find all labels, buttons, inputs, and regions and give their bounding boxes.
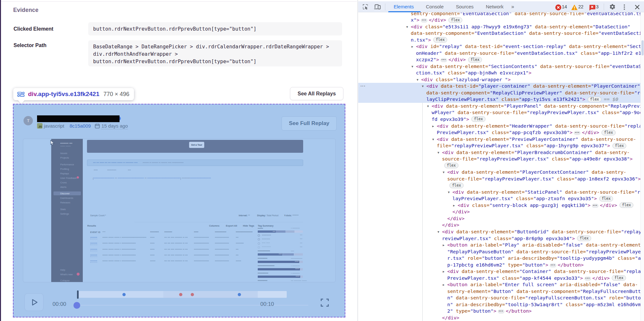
tree-node-line[interactable]: wPlayer" data-sentry-source-file="replay… — [358, 109, 644, 116]
tree-node-line[interactable]: file="replayPreviewPlayer.tsx" class="ap… — [358, 142, 644, 149]
inline-expand-icon[interactable]: ··· — [440, 58, 447, 62]
expand-arrow-open-icon[interactable]: ▾ — [443, 169, 445, 176]
replay-timeline[interactable] — [79, 291, 287, 298]
settings-gear-icon[interactable] — [609, 4, 616, 10]
tree-node-line[interactable]: ▾<div data-sentry-element="PlayerBreadcr… — [358, 149, 644, 156]
tree-node-line[interactable]: </div> — [358, 222, 644, 229]
tree-node-line[interactable]: ▾<div class="lazyload-wrapper "> — [358, 76, 644, 83]
tree-node-line[interactable]: sentry-element="Button" data-sentry-comp… — [358, 288, 644, 295]
inline-expand-icon[interactable]: ··· — [574, 131, 581, 135]
tree-node-line[interactable]: xczpx2">···</div>flex — [358, 56, 644, 63]
expand-arrow-open-icon[interactable]: ▾ — [417, 76, 418, 83]
expand-arrow-closed-icon[interactable]: ▸ — [443, 281, 445, 288]
inline-expand-icon[interactable]: ··· — [592, 204, 599, 208]
tree-node-line[interactable]: ▾···<div data-test-id="player-container"… — [358, 83, 644, 90]
tree-node-line[interactable]: x">···</div>flex — [358, 17, 644, 24]
tree-node-line[interactable]: PreviewPlayer.tsx" class="app-kf4544 epv… — [358, 275, 644, 282]
inline-expand-icon[interactable]: ··· — [584, 277, 591, 281]
tree-node-line[interactable]: ▸<button aria-label="Enter full screen" … — [358, 281, 644, 288]
tree-node-line[interactable]: ▸<div data-sentry-element="Container" da… — [358, 268, 644, 275]
timeline-marker-info[interactable] — [238, 293, 241, 296]
issues-count-icon[interactable] — [589, 4, 596, 11]
flex-badge[interactable]: flex — [468, 57, 482, 63]
tree-node-line[interactable]: sentry-component="EventDataSection" data… — [358, 13, 644, 17]
fullscreen-button[interactable] — [320, 298, 330, 307]
flex-badge[interactable]: flex — [449, 183, 464, 188]
replay-id-link[interactable]: 8c15a009 — [70, 123, 91, 129]
tree-node-line[interactable]: fd epvx3o39">flex — [358, 116, 644, 123]
tree-node-line[interactable]: ▾<div data-sentry-element="ButtonGrid" d… — [358, 229, 644, 235]
expand-arrow-open-icon[interactable]: ▾ — [448, 189, 450, 196]
close-devtools-icon[interactable] — [634, 4, 641, 10]
expand-arrow-open-icon[interactable]: ▾ — [437, 149, 439, 156]
tree-node-line[interactable]: data-sentry-component="EventDataSection"… — [358, 30, 644, 37]
tree-node-line[interactable]: layClipPreviewPlayer.tsx" class="app-tyi… — [358, 96, 644, 103]
selected-node-menu-icon[interactable]: ··· — [360, 83, 366, 90]
tree-node-line[interactable]: ▾<div data-sentry-element="SectionConten… — [358, 63, 644, 70]
expand-arrow-closed-icon[interactable]: ▸ — [432, 123, 434, 130]
expand-arrow-closed-icon[interactable]: ▸ — [411, 43, 413, 50]
timeline-marker-error[interactable] — [179, 293, 182, 296]
tree-node-line[interactable]: ▸<div data-sentry-element="HeaderWrapper… — [358, 123, 644, 130]
scrubber-track[interactable] — [81, 305, 308, 306]
error-count-icon[interactable] — [555, 4, 562, 11]
tree-node-line[interactable]: data-sentry-component="ReplayClipPreview… — [358, 90, 644, 96]
inline-expand-icon[interactable]: ··· — [498, 309, 505, 314]
flex-badge[interactable]: flex — [612, 143, 627, 149]
tree-node-line[interactable]: </div> — [358, 209, 644, 215]
tree-node-line[interactable]: onHeader" data-sentry-source-file="event… — [358, 50, 644, 57]
inspect-element-icon[interactable] — [362, 4, 369, 10]
warning-count-icon[interactable] — [571, 4, 578, 11]
tree-node-line[interactable]: reviewPlayer.tsx" class="app-8r6p9p epvx… — [358, 235, 644, 242]
tree-node-line[interactable]: ▾<div data-sentry-element="PlayerPanel" … — [358, 103, 644, 110]
expand-arrow-open-icon[interactable]: ▾ — [411, 63, 413, 70]
tree-node-line[interactable]: source-file="replayPreviewPlayer.tsx" cl… — [358, 176, 644, 182]
devtools-tab-console[interactable]: Console — [426, 1, 444, 12]
tree-node-line[interactable]: p-17pbctg e16hd6vm2" type="button">···</… — [358, 262, 644, 268]
devtools-tab-network[interactable]: Network — [486, 1, 504, 12]
flex-badge[interactable]: flex — [599, 196, 613, 201]
expand-arrow-closed-icon[interactable]: ▸ — [443, 242, 445, 248]
tree-node-line[interactable]: 2" type="button">···</button> — [358, 308, 644, 315]
tree-node-line[interactable]: r.tsx" role="button" aria-describedby="t… — [358, 255, 644, 262]
flex-badge[interactable]: flex — [471, 116, 485, 122]
tree-node-line[interactable]: ▸<div id="replay" data-test-id="event-se… — [358, 43, 644, 50]
see-full-replay-button[interactable]: See Full Replay — [282, 116, 337, 131]
flex-badge[interactable]: flex — [620, 202, 634, 208]
devtools-scrollbar[interactable] — [640, 13, 644, 321]
tree-node-line[interactable]: flex — [358, 162, 644, 169]
tree-node-line[interactable]: ▾<div data-sentry-element="StaticPanel" … — [358, 189, 644, 196]
replay-preview-frame[interactable]: ******** ********* ******IssuesProjectsP… — [23, 139, 336, 282]
expand-arrow-open-icon[interactable]: ▾ — [422, 83, 424, 90]
more-tabs-button[interactable]: » — [511, 1, 514, 12]
flex-badge[interactable]: flex — [433, 37, 447, 43]
tree-node-line[interactable]: n" aria-describedby="tooltip-53w1aqr8rt"… — [358, 301, 644, 308]
play-button[interactable] — [24, 293, 43, 311]
tree-node-line[interactable]: ▸<div class="sentry-block app-guzg3j egq… — [358, 202, 644, 209]
tree-node-line[interactable]: ▾<div class="e5t3s1i1 app-7hwyy9 e19x6ng… — [358, 24, 644, 30]
tree-node-line[interactable]: flex — [358, 182, 644, 189]
flex-badge[interactable]: flex — [612, 275, 626, 281]
expand-arrow-closed-icon[interactable]: ▸ — [443, 268, 445, 275]
expand-arrow-open-icon[interactable]: ▾ — [432, 136, 434, 143]
devtools-tab-sources[interactable]: Sources — [456, 1, 474, 12]
tree-node-line[interactable]: ▸<button aria-label="Play" aria-disabled… — [358, 242, 644, 248]
expand-arrow-open-icon[interactable]: ▾ — [427, 103, 429, 110]
inline-expand-icon[interactable]: ··· — [421, 18, 428, 23]
tree-node-line[interactable]: PreviewPlayer.tsx" class="app-pcqfzb epv… — [358, 129, 644, 136]
inline-expand-icon[interactable]: ··· — [550, 263, 556, 268]
tree-node-line[interactable]: </div> — [358, 215, 644, 222]
flex-badge[interactable]: flex — [444, 163, 458, 168]
tree-node-line[interactable]: n" data-sentry-source-file="replayFullsc… — [358, 295, 644, 301]
flex-badge[interactable]: flex — [588, 97, 602, 102]
devtools-scrollbar-thumb[interactable] — [641, 40, 644, 55]
see-all-replays-button[interactable]: See All Replays — [290, 87, 343, 100]
flex-badge[interactable]: flex — [601, 130, 616, 135]
tree-node-line[interactable]: ▾<div data-sentry-element="PlayerContext… — [358, 169, 644, 176]
expand-arrow-open-icon[interactable]: ▾ — [437, 229, 439, 235]
more-options-kebab-icon[interactable] — [621, 4, 628, 10]
scrubber-handle[interactable] — [73, 302, 80, 309]
tree-node-line[interactable]: layPreviewPlayer.tsx" class="app-ztxofn … — [358, 195, 644, 202]
flex-badge[interactable]: flex — [448, 17, 463, 23]
devtools-tab-elements[interactable]: Elements — [394, 1, 414, 12]
